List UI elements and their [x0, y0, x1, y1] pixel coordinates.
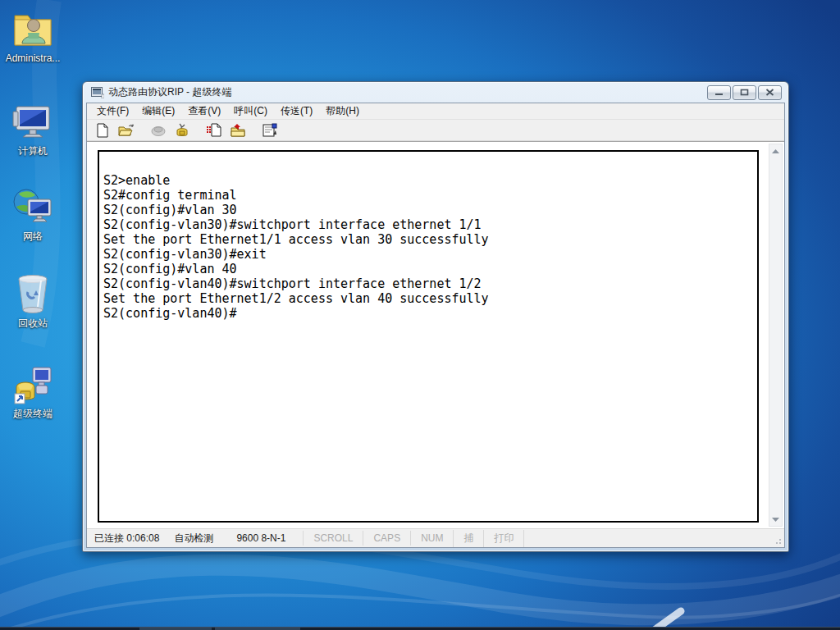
window-title: 动态路由协议RIP - 超级终端 — [108, 85, 707, 99]
menu-file[interactable]: 文件(F) — [90, 103, 135, 120]
minimize-button[interactable] — [707, 85, 731, 100]
properties-button[interactable] — [261, 122, 279, 139]
terminal-line: Set the port Ethernet1/2 access vlan 40 … — [103, 291, 754, 306]
terminal-line: S2(config)#vlan 30 — [103, 203, 754, 217]
new-file-button[interactable] — [94, 122, 112, 139]
menu-help[interactable]: 帮助(H) — [319, 103, 366, 120]
call-button[interactable] — [149, 122, 167, 139]
terminal-line: S2#config terminal — [103, 188, 754, 203]
terminal-line: S2(config)#vlan 40 — [103, 262, 754, 276]
status-emulation: 自动检测 — [167, 532, 221, 546]
scroll-up-button[interactable] — [769, 144, 782, 158]
status-connection: 已连接 0:06:08 — [87, 532, 167, 546]
network-icon — [11, 185, 54, 228]
send-file-button[interactable] — [205, 122, 223, 139]
open-file-button[interactable] — [117, 122, 135, 139]
hyperterminal-app-icon — [91, 87, 104, 98]
open-file-icon — [118, 124, 135, 137]
menu-bar: 文件(F) 编辑(E) 查看(V) 呼叫(C) 传送(T) 帮助(H) — [87, 103, 784, 120]
terminal-line: S2>enable — [103, 173, 754, 188]
scroll-down-button[interactable] — [769, 513, 782, 526]
window-titlebar[interactable]: 动态路由协议RIP - 超级终端 — [86, 82, 785, 103]
status-print: 打印 — [483, 530, 524, 547]
terminal-line: S2(config-vlan30)#switchport interface e… — [103, 217, 754, 232]
vertical-scrollbar[interactable] — [769, 144, 783, 527]
status-capture: 捕 — [453, 530, 483, 547]
close-icon — [765, 89, 774, 96]
desktop-icon-label: 回收站 — [2, 317, 64, 329]
resize-grip[interactable] — [772, 535, 783, 546]
scroll-down-icon — [772, 518, 779, 522]
desktop-icon-hyperterminal[interactable]: 超级终端 — [2, 363, 64, 419]
status-bar: 已连接 0:06:08 自动检测 9600 8-N-1 SCROLL CAPS … — [87, 528, 784, 547]
terminal-line: S2(config-vlan30)#exit — [103, 247, 754, 262]
menu-view[interactable]: 查看(V) — [181, 103, 227, 120]
hangup-icon — [175, 123, 189, 137]
desktop-icon-label: 计算机 — [2, 145, 64, 157]
terminal-line: Set the port Ethernet1/1 access vlan 30 … — [103, 232, 754, 247]
status-num: NUM — [410, 531, 453, 546]
recycle-bin-icon — [11, 272, 54, 315]
desktop-icon-label: Administra... — [2, 52, 64, 64]
status-scroll: SCROLL — [303, 531, 363, 546]
minimize-icon — [714, 89, 724, 96]
hyperterminal-window: 动态路由协议RIP - 超级终端 文件(F) 编辑(E) 查看(V) 呼叫(C)… — [82, 81, 789, 552]
call-icon — [151, 125, 166, 136]
terminal-screen[interactable]: S2>enable S2#config terminal S2(config)#… — [98, 150, 759, 523]
desktop-icon-network[interactable]: 网络 — [2, 185, 64, 242]
toolbar — [87, 120, 784, 141]
maximize-button[interactable] — [733, 85, 756, 100]
user-folder-icon — [11, 7, 54, 50]
terminal-line: S2(config-vlan40)#switchport interface e… — [103, 276, 754, 291]
receive-file-icon — [230, 123, 246, 137]
desktop-icon-administrator[interactable]: Administra... — [2, 7, 64, 64]
status-caps: CAPS — [363, 531, 410, 546]
status-baud: 9600 8-N-1 — [229, 532, 293, 544]
scroll-up-icon — [772, 149, 779, 153]
desktop-icon-recycle-bin[interactable]: 回收站 — [2, 272, 64, 329]
computer-icon — [11, 100, 54, 143]
maximize-icon — [740, 89, 749, 96]
hangup-button[interactable] — [173, 122, 191, 139]
desktop-icon-label: 超级终端 — [2, 408, 64, 419]
receive-file-button[interactable] — [229, 122, 247, 139]
terminal-line: S2(config-vlan40)# — [103, 306, 754, 321]
new-file-icon — [96, 123, 109, 138]
menu-transfer[interactable]: 传送(T) — [274, 103, 319, 120]
hyperterminal-shortcut-icon — [11, 363, 54, 405]
terminal-client-area: S2>enable S2#config terminal S2(config)#… — [87, 141, 784, 528]
send-file-icon — [206, 123, 222, 137]
window-body: 文件(F) 编辑(E) 查看(V) 呼叫(C) 传送(T) 帮助(H) — [86, 103, 785, 548]
close-button[interactable] — [758, 85, 782, 100]
desktop-icon-label: 网络 — [2, 231, 64, 242]
properties-icon — [262, 123, 277, 137]
desktop-icon-computer[interactable]: 计算机 — [2, 100, 64, 157]
menu-edit[interactable]: 编辑(E) — [135, 103, 181, 120]
taskbar-edge[interactable] — [0, 627, 840, 630]
menu-call[interactable]: 呼叫(C) — [227, 103, 274, 120]
